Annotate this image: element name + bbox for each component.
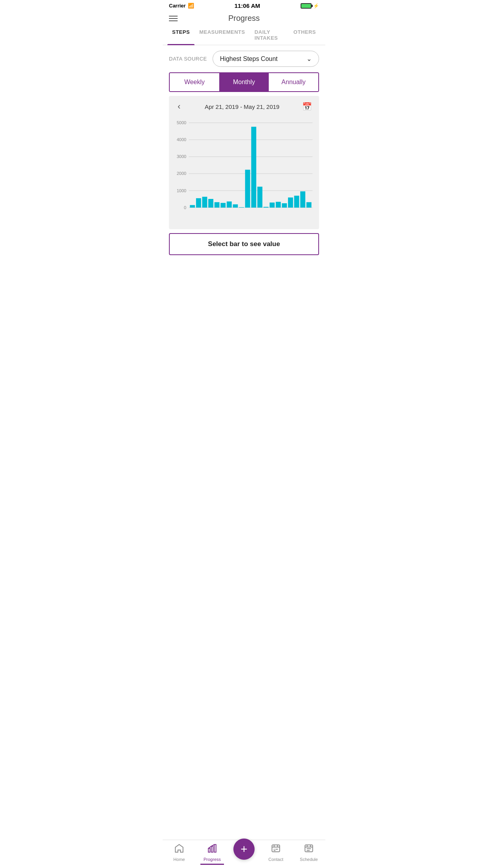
bar-14[interactable] bbox=[270, 202, 275, 208]
status-right: ⚡ bbox=[301, 3, 319, 9]
period-selector: Weekly Monthly Annually bbox=[169, 72, 319, 92]
svg-text:3000: 3000 bbox=[177, 154, 186, 159]
bar-9[interactable] bbox=[239, 207, 244, 208]
bar-7[interactable] bbox=[227, 201, 232, 208]
bar-5[interactable] bbox=[215, 202, 220, 208]
period-annually-button[interactable]: Annually bbox=[269, 73, 318, 91]
header: Progress bbox=[163, 11, 325, 25]
chart-prev-button[interactable]: ‹ bbox=[176, 101, 182, 112]
tab-others[interactable]: OTHERS bbox=[289, 25, 321, 45]
bar-12[interactable] bbox=[257, 187, 262, 208]
bar-13[interactable] bbox=[264, 207, 269, 208]
bar-20[interactable] bbox=[306, 202, 312, 208]
bar-11[interactable] bbox=[251, 127, 256, 208]
bar-18[interactable] bbox=[294, 196, 299, 208]
bar-4[interactable] bbox=[208, 199, 213, 208]
svg-text:4000: 4000 bbox=[177, 137, 186, 142]
wifi-icon: 📶 bbox=[188, 3, 194, 9]
data-source-label: DATA SOURCE bbox=[169, 56, 207, 62]
svg-text:5000: 5000 bbox=[177, 120, 186, 125]
tab-measurements[interactable]: MEASUREMENTS bbox=[194, 25, 250, 45]
svg-text:0: 0 bbox=[184, 205, 186, 210]
menu-button[interactable] bbox=[169, 16, 178, 21]
tab-steps[interactable]: STEPS bbox=[167, 25, 194, 45]
tab-daily-intakes[interactable]: DAILY INTAKES bbox=[250, 25, 289, 45]
data-source-row: DATA SOURCE Highest Steps Count ⌄ bbox=[163, 45, 325, 72]
period-weekly-button[interactable]: Weekly bbox=[170, 73, 219, 91]
chart-date-range: Apr 21, 2019 - May 21, 2019 bbox=[186, 103, 298, 110]
chart-container: ‹ Apr 21, 2019 - May 21, 2019 📅 5000 400… bbox=[169, 96, 319, 229]
bar-16[interactable] bbox=[282, 203, 287, 208]
status-time: 11:06 AM bbox=[235, 2, 260, 9]
bar-chart-svg: 5000 4000 3000 2000 1000 0 bbox=[174, 116, 314, 224]
data-source-selected: Highest Steps Count bbox=[220, 55, 278, 63]
svg-text:2000: 2000 bbox=[177, 171, 186, 176]
data-source-dropdown[interactable]: Highest Steps Count ⌄ bbox=[213, 51, 319, 67]
status-bar: Carrier 📶 11:06 AM ⚡ bbox=[163, 0, 325, 11]
bar-3[interactable] bbox=[202, 197, 207, 208]
bolt-icon: ⚡ bbox=[313, 3, 319, 9]
bar-chart: 5000 4000 3000 2000 1000 0 bbox=[172, 116, 316, 225]
bar-1[interactable] bbox=[190, 205, 195, 208]
svg-text:1000: 1000 bbox=[177, 188, 186, 193]
page-title: Progress bbox=[228, 14, 260, 23]
carrier-label: Carrier bbox=[169, 3, 186, 9]
bar-15[interactable] bbox=[276, 202, 281, 208]
status-left: Carrier 📶 bbox=[169, 3, 194, 9]
bar-19[interactable] bbox=[300, 191, 305, 208]
select-bar-message[interactable]: Select bar to see value bbox=[169, 233, 319, 255]
bar-10[interactable] bbox=[245, 170, 250, 208]
chart-header: ‹ Apr 21, 2019 - May 21, 2019 📅 bbox=[172, 96, 316, 116]
tabs-navigation: STEPS MEASUREMENTS DAILY INTAKES OTHERS bbox=[163, 25, 325, 45]
period-monthly-button[interactable]: Monthly bbox=[219, 73, 269, 91]
bar-17[interactable] bbox=[288, 197, 293, 208]
calendar-icon[interactable]: 📅 bbox=[302, 102, 312, 111]
chevron-down-icon: ⌄ bbox=[306, 55, 312, 63]
bar-6[interactable] bbox=[220, 203, 226, 208]
bar-2[interactable] bbox=[196, 198, 201, 208]
battery-icon bbox=[301, 3, 312, 9]
bar-8[interactable] bbox=[233, 204, 238, 208]
